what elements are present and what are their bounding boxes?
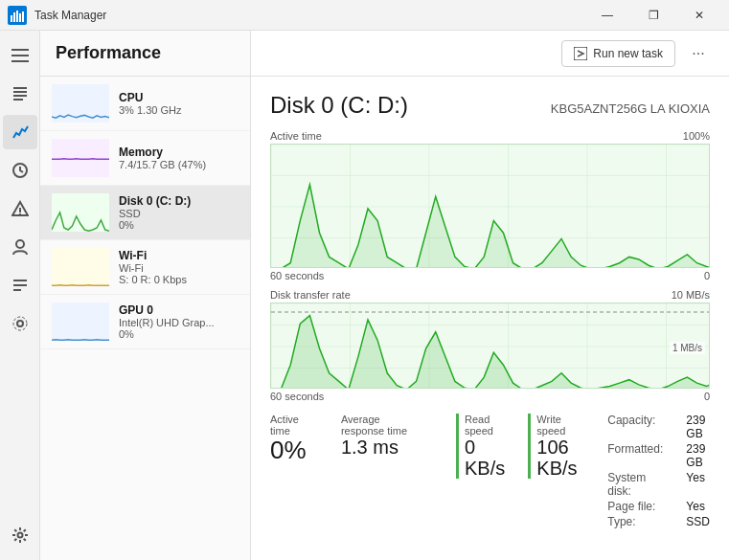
users-nav-button[interactable] bbox=[3, 230, 37, 264]
active-time-stat: Active time 0% bbox=[270, 414, 310, 464]
svg-rect-0 bbox=[11, 15, 12, 22]
startup-nav-button[interactable] bbox=[3, 191, 37, 226]
capacity-label: Capacity: bbox=[607, 414, 663, 440]
transfer-rate-chart-block: Disk transfer rate 10 MB/s 1 MB/s 60 sec… bbox=[270, 289, 710, 402]
svg-rect-6 bbox=[11, 55, 29, 56]
capacity-value: 239 GB bbox=[686, 414, 710, 440]
svg-rect-18 bbox=[13, 284, 27, 286]
app-history-nav-button[interactable] bbox=[3, 153, 37, 188]
window-title: Task Manager bbox=[34, 9, 585, 22]
chart2-marker: 1 MB/s bbox=[670, 342, 705, 354]
titlebar: Task Manager — ❐ ✕ bbox=[0, 0, 729, 31]
sidebar-header: Performance bbox=[40, 31, 250, 77]
more-options-button[interactable]: ··· bbox=[683, 38, 714, 69]
chart1-footer: 60 seconds 0 bbox=[270, 270, 710, 281]
sidebar-item-cpu[interactable]: CPU 3% 1.30 GHz bbox=[40, 77, 250, 131]
nav-icons-bottom bbox=[3, 518, 37, 552]
chart1-footer-right: 0 bbox=[704, 270, 710, 281]
chart2-footer-right: 0 bbox=[704, 391, 710, 402]
write-speed-label: Write speed bbox=[536, 414, 592, 437]
chart1-footer-left: 60 seconds bbox=[270, 270, 324, 281]
gpu0-pct: 0% bbox=[119, 328, 239, 340]
cpu-label: CPU bbox=[119, 91, 239, 104]
type-value: SSD bbox=[686, 515, 710, 528]
disk-model: KBG5AZNT256G LA KIOXIA bbox=[551, 101, 710, 116]
wifi-sub: Wi-Fi bbox=[119, 262, 239, 274]
svg-rect-2 bbox=[16, 11, 18, 22]
disk0-info: Disk 0 (C: D:) SSD 0% bbox=[119, 194, 239, 231]
maximize-button[interactable]: ❐ bbox=[631, 0, 675, 31]
svg-rect-15 bbox=[19, 213, 21, 215]
chart1-label: Active time bbox=[270, 130, 322, 142]
nav-icons bbox=[0, 31, 40, 560]
gpu0-sub: Intel(R) UHD Grap... bbox=[119, 317, 239, 328]
performance-nav-button[interactable] bbox=[3, 115, 37, 149]
svg-rect-7 bbox=[11, 60, 29, 62]
svg-rect-23 bbox=[574, 47, 587, 60]
chart2-footer: 60 seconds 0 bbox=[270, 391, 710, 402]
svg-rect-1 bbox=[13, 12, 15, 22]
cpu-mini-graph bbox=[52, 84, 109, 123]
right-stats: Capacity: 239 GB Formatted: 239 GB Syste… bbox=[607, 414, 710, 528]
gpu0-label: GPU 0 bbox=[119, 303, 239, 317]
chart-section: Active time 100% 60 seconds 0 Disk trans… bbox=[270, 130, 710, 552]
active-time-value: 0% bbox=[270, 437, 310, 464]
gpu-mini-graph bbox=[52, 302, 109, 341]
active-time-chart-block: Active time 100% 60 seconds 0 bbox=[270, 130, 710, 281]
active-time-label: Active time bbox=[270, 414, 310, 437]
main-content: Run new task ··· Disk 0 (C: D:) KBG5AZNT… bbox=[251, 31, 729, 560]
cpu-sub: 3% 1.30 GHz bbox=[119, 104, 239, 116]
cpu-info: CPU 3% 1.30 GHz bbox=[119, 91, 239, 116]
svg-rect-3 bbox=[19, 13, 21, 22]
menu-button[interactable] bbox=[3, 38, 37, 73]
chart2-footer-left: 60 seconds bbox=[270, 391, 324, 402]
memory-label: Memory bbox=[119, 146, 239, 159]
sidebar: Performance CPU 3% 1.30 GHz Memory 7.4/1… bbox=[40, 31, 251, 560]
disk-mini-graph bbox=[52, 193, 109, 232]
svg-point-22 bbox=[17, 533, 22, 538]
wifi-mini-graph bbox=[52, 248, 109, 286]
sidebar-item-wifi[interactable]: Wi-Fi Wi-Fi S: 0 R: 0 Kbps bbox=[40, 240, 250, 295]
sidebar-item-disk0[interactable]: Disk 0 (C: D:) SSD 0% bbox=[40, 186, 250, 240]
svg-rect-11 bbox=[13, 99, 23, 101]
type-label: Type: bbox=[607, 515, 663, 528]
svg-rect-5 bbox=[11, 49, 29, 51]
app-icon bbox=[8, 6, 27, 25]
run-icon bbox=[574, 47, 587, 60]
memory-mini-graph bbox=[52, 139, 109, 177]
transfer-rate-chart: 1 MB/s bbox=[270, 302, 710, 389]
svg-point-16 bbox=[16, 240, 24, 248]
bottom-stats: Active time 0% Average response time 1.3… bbox=[270, 414, 710, 528]
svg-rect-10 bbox=[13, 95, 27, 97]
disk0-pct: 0% bbox=[119, 219, 239, 231]
wifi-info: Wi-Fi Wi-Fi S: 0 R: 0 Kbps bbox=[119, 249, 239, 285]
details-nav-button[interactable] bbox=[3, 268, 37, 302]
svg-point-20 bbox=[17, 321, 23, 326]
formatted-label: Formatted: bbox=[607, 442, 663, 469]
close-button[interactable]: ✕ bbox=[677, 0, 721, 31]
formatted-value: 239 GB bbox=[686, 442, 710, 469]
run-new-task-button[interactable]: Run new task bbox=[561, 40, 675, 67]
app-container: Performance CPU 3% 1.30 GHz Memory 7.4/1… bbox=[0, 31, 729, 560]
avg-response-value: 1.3 ms bbox=[341, 437, 425, 458]
read-speed-value: 0 KB/s bbox=[465, 437, 505, 479]
chart2-label-row: Disk transfer rate 10 MB/s bbox=[270, 289, 710, 301]
minimize-button[interactable]: — bbox=[585, 0, 629, 31]
run-new-task-label: Run new task bbox=[593, 47, 663, 60]
sidebar-item-gpu0[interactable]: GPU 0 Intel(R) UHD Grap... 0% bbox=[40, 295, 250, 349]
settings-nav-button[interactable] bbox=[3, 518, 37, 552]
sidebar-item-memory[interactable]: Memory 7.4/15.7 GB (47%) bbox=[40, 131, 250, 186]
wifi-pct: S: 0 R: 0 Kbps bbox=[119, 274, 239, 285]
main-header: Run new task ··· bbox=[251, 31, 729, 77]
read-speed-label: Read speed bbox=[465, 414, 505, 437]
chart1-label-row: Active time 100% bbox=[270, 130, 710, 142]
processes-nav-button[interactable] bbox=[3, 77, 37, 111]
svg-rect-4 bbox=[22, 11, 24, 22]
services-nav-button[interactable] bbox=[3, 306, 37, 341]
svg-rect-8 bbox=[13, 87, 27, 89]
disk-detail: Disk 0 (C: D:) KBG5AZNT256G LA KIOXIA Ac… bbox=[251, 77, 729, 560]
gpu0-info: GPU 0 Intel(R) UHD Grap... 0% bbox=[119, 303, 239, 340]
svg-rect-19 bbox=[13, 289, 21, 291]
svg-rect-14 bbox=[19, 208, 21, 213]
system-disk-label: System disk: bbox=[607, 471, 663, 498]
